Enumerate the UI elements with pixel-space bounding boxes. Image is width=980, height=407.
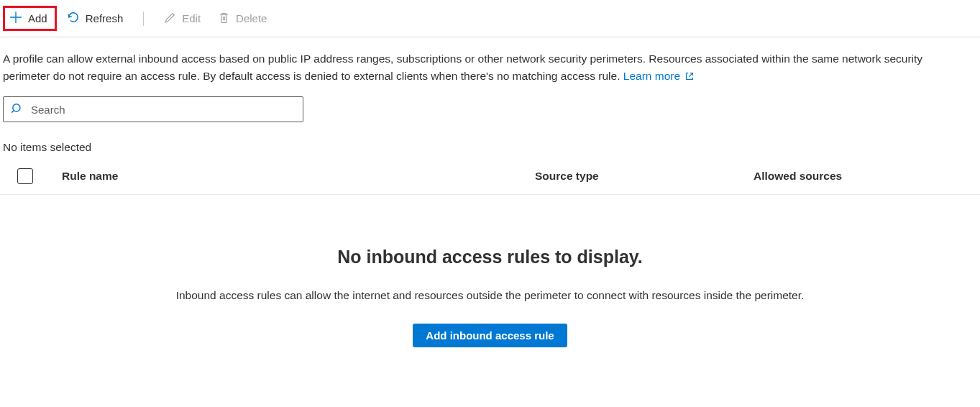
toolbar-divider xyxy=(143,12,144,26)
edit-button[interactable]: Edit xyxy=(157,7,208,30)
search-container xyxy=(0,88,980,125)
pencil-icon xyxy=(164,12,176,26)
empty-state-title: No inbound access rules to display. xyxy=(14,247,966,267)
column-header-rule-name[interactable]: Rule name xyxy=(62,170,535,183)
add-inbound-rule-button[interactable]: Add inbound access rule xyxy=(413,324,567,347)
add-button[interactable]: Add xyxy=(3,6,57,31)
delete-button-label: Delete xyxy=(236,12,267,24)
refresh-icon xyxy=(67,11,80,26)
selection-status: No items selected xyxy=(0,125,980,158)
delete-button[interactable]: Delete xyxy=(211,7,274,30)
learn-more-link[interactable]: Learn more xyxy=(623,70,695,82)
select-all-cell xyxy=(17,168,62,184)
column-header-source-type[interactable]: Source type xyxy=(535,170,754,183)
description-text: A profile can allow external inbound acc… xyxy=(0,37,971,88)
trash-icon xyxy=(218,12,230,26)
empty-state-subtitle: Inbound access rules can allow the inter… xyxy=(14,289,966,302)
description-body: A profile can allow external inbound acc… xyxy=(3,52,922,82)
add-button-label: Add xyxy=(28,12,47,24)
table-header-row: Rule name Source type Allowed sources xyxy=(0,158,980,195)
empty-state: No inbound access rules to display. Inbo… xyxy=(0,195,980,362)
refresh-button[interactable]: Refresh xyxy=(60,6,131,30)
search-input[interactable] xyxy=(31,104,296,116)
column-header-allowed-sources[interactable]: Allowed sources xyxy=(754,170,977,183)
edit-button-label: Edit xyxy=(182,12,201,24)
select-all-checkbox[interactable] xyxy=(17,168,33,184)
search-box[interactable] xyxy=(3,96,303,122)
learn-more-label: Learn more xyxy=(623,70,680,82)
external-link-icon xyxy=(683,70,695,82)
command-bar: Add Refresh Edit Delete xyxy=(0,0,980,37)
svg-point-0 xyxy=(13,104,20,111)
plus-icon xyxy=(9,11,22,26)
search-icon xyxy=(11,102,24,117)
refresh-button-label: Refresh xyxy=(86,12,124,24)
